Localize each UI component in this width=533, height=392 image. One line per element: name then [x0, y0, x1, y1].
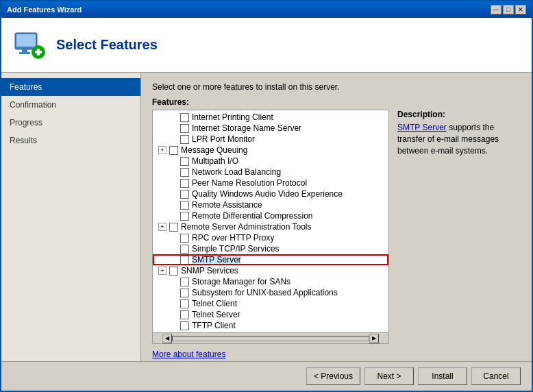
feature-checkbox[interactable]: [180, 201, 189, 210]
feature-item[interactable]: +Message Queuing: [153, 145, 388, 156]
scroll-left-arrow[interactable]: ◀: [162, 334, 172, 343]
feature-name: Remote Server Administration Tools: [181, 222, 312, 232]
feature-checkbox[interactable]: [180, 321, 189, 330]
feature-item[interactable]: +Remote Server Administration Tools: [153, 221, 388, 232]
close-button[interactable]: ✕: [515, 5, 526, 14]
sidebar-item-progress[interactable]: Progress: [1, 114, 140, 132]
feature-checkbox[interactable]: [180, 234, 189, 243]
scroll-right-arrow[interactable]: ▶: [369, 334, 379, 343]
instruction-text: Select one or more features to install o…: [152, 82, 521, 92]
window-title: Add Features Wizard: [7, 5, 82, 14]
expand-placeholder: [169, 179, 177, 187]
feature-item[interactable]: Telnet Server: [153, 309, 388, 320]
expand-placeholder: [169, 113, 177, 121]
feature-item[interactable]: Remote Differential Compression: [153, 210, 388, 221]
more-features-link[interactable]: More about features: [152, 350, 521, 359]
title-bar-controls: — □ ✕: [491, 5, 526, 14]
feature-name: Internet Storage Name Server: [192, 123, 301, 133]
feature-item[interactable]: Simple TCP/IP Services: [153, 243, 388, 254]
feature-item[interactable]: RPC over HTTP Proxy: [153, 232, 388, 243]
feature-name: SMTP Server: [192, 255, 241, 265]
feature-checkbox[interactable]: [180, 289, 189, 297]
feature-checkbox[interactable]: [180, 179, 189, 188]
svg-rect-3: [19, 52, 30, 54]
expand-placeholder: [169, 135, 177, 143]
feature-name: RPC over HTTP Proxy: [192, 233, 274, 243]
main-content: Select one or more features to install o…: [141, 73, 532, 361]
feature-item[interactable]: +SNMP Services: [153, 265, 388, 276]
feature-name: Quality Windows Audio Video Experience: [192, 189, 343, 199]
sidebar-item-confirmation[interactable]: Confirmation: [1, 96, 140, 114]
expand-placeholder: [169, 201, 177, 209]
feature-name: LPR Port Monitor: [192, 134, 255, 144]
feature-item[interactable]: SMTP Server: [153, 254, 388, 265]
features-list[interactable]: Internet Printing ClientInternet Storage…: [153, 110, 388, 332]
scrollbar-track[interactable]: [172, 336, 369, 341]
maximize-button[interactable]: □: [503, 5, 514, 14]
feature-checkbox[interactable]: [180, 310, 189, 319]
feature-name: Simple TCP/IP Services: [192, 244, 280, 254]
expand-placeholder: [169, 212, 177, 220]
footer: < Previous Next > Install Cancel: [1, 361, 532, 391]
horizontal-scrollbar[interactable]: ◀ ▶: [153, 332, 388, 343]
feature-item[interactable]: Quality Windows Audio Video Experience: [153, 188, 388, 199]
svg-rect-6: [35, 51, 42, 53]
cancel-button[interactable]: Cancel: [471, 367, 521, 385]
feature-name: TFTP Client: [192, 321, 236, 330]
feature-item[interactable]: Internet Storage Name Server: [153, 123, 388, 134]
smtp-server-link[interactable]: SMTP Server: [397, 123, 447, 132]
expand-placeholder: [169, 299, 177, 308]
expand-placeholder: [169, 310, 177, 319]
feature-name: Remote Assistance: [192, 200, 262, 210]
feature-checkbox[interactable]: [180, 299, 189, 308]
feature-checkbox[interactable]: [180, 124, 189, 133]
feature-checkbox[interactable]: [180, 212, 189, 221]
expand-button[interactable]: +: [158, 146, 166, 154]
feature-item[interactable]: Telnet Client: [153, 298, 388, 309]
description-title: Description:: [397, 110, 521, 119]
feature-item[interactable]: TFTP Client: [153, 320, 388, 331]
feature-checkbox[interactable]: [169, 146, 178, 155]
feature-item[interactable]: Internet Printing Client: [153, 112, 388, 123]
sidebar-item-features[interactable]: Features: [1, 78, 140, 96]
feature-item[interactable]: Remote Assistance: [153, 199, 388, 210]
feature-item[interactable]: Subsystem for UNIX-based Applications: [153, 287, 388, 298]
feature-checkbox[interactable]: [180, 190, 189, 199]
feature-checkbox[interactable]: [180, 135, 189, 144]
next-button[interactable]: Next >: [364, 367, 414, 385]
feature-name: Remote Differential Compression: [192, 211, 313, 221]
feature-item[interactable]: Network Load Balancing: [153, 167, 388, 177]
sidebar-item-results[interactable]: Results: [1, 132, 140, 149]
feature-name: Telnet Client: [192, 299, 237, 308]
feature-checkbox[interactable]: [180, 113, 189, 122]
feature-checkbox[interactable]: [180, 245, 189, 254]
feature-checkbox[interactable]: [180, 256, 189, 265]
feature-checkbox[interactable]: [169, 267, 178, 275]
wizard-icon: [12, 29, 45, 62]
feature-name: Storage Manager for SANs: [192, 277, 290, 286]
feature-name: Network Load Balancing: [192, 167, 281, 177]
feature-item[interactable]: Peer Name Resolution Protocol: [153, 177, 388, 188]
page-title: Select Features: [56, 37, 158, 53]
description-panel: Description: SMTP Server supports the tr…: [397, 110, 521, 344]
expand-placeholder: [169, 157, 177, 165]
feature-name: Multipath I/O: [192, 156, 238, 166]
svg-rect-1: [16, 34, 36, 47]
features-label: Features:: [152, 97, 521, 107]
expand-button[interactable]: +: [158, 223, 166, 231]
feature-checkbox[interactable]: [180, 278, 189, 286]
feature-checkbox[interactable]: [169, 223, 178, 232]
feature-item[interactable]: Multipath I/O: [153, 156, 388, 167]
feature-checkbox[interactable]: [180, 157, 189, 166]
expand-placeholder: [169, 190, 177, 198]
minimize-button[interactable]: —: [491, 5, 501, 14]
previous-button[interactable]: < Previous: [306, 367, 360, 385]
expand-button[interactable]: +: [158, 267, 166, 275]
expand-placeholder: [169, 234, 177, 242]
feature-name: Peer Name Resolution Protocol: [192, 178, 307, 188]
feature-checkbox[interactable]: [180, 168, 189, 177]
feature-item[interactable]: LPR Port Monitor: [153, 134, 388, 145]
feature-item[interactable]: Storage Manager for SANs: [153, 276, 388, 287]
install-button[interactable]: Install: [418, 367, 467, 385]
features-list-container: Internet Printing ClientInternet Storage…: [152, 110, 389, 344]
